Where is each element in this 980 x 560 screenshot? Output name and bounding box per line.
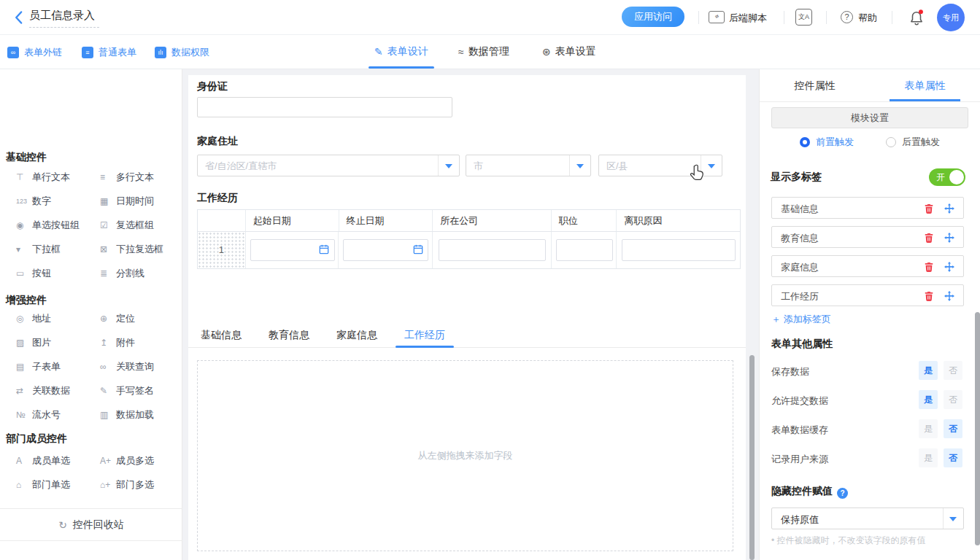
control-attachment[interactable]: ↥附件	[100, 337, 177, 349]
canvas-tab-work-history[interactable]: 工作经历	[396, 323, 454, 347]
hidden-value-select[interactable]: 保持原值	[771, 508, 964, 529]
tab-form-settings[interactable]: ⊛ 表单设置	[542, 35, 596, 69]
col-leave-reason: 离职原因	[616, 210, 740, 231]
external-link-icon: ∞	[7, 47, 19, 58]
move-icon[interactable]	[944, 233, 954, 243]
control-dept-single[interactable]: ⌂部门单选	[16, 479, 100, 491]
district-select[interactable]: 区/县	[598, 155, 722, 176]
move-icon[interactable]	[944, 203, 954, 214]
tag-item-basic-info[interactable]: 基础信息	[771, 197, 964, 219]
control-member-single[interactable]: A成员单选	[16, 455, 100, 467]
control-button[interactable]: ▭按钮	[16, 268, 100, 279]
id-card-input[interactable]	[197, 97, 452, 117]
canvas-tab-family-info[interactable]: 家庭信息	[328, 323, 386, 347]
control-recycle-bin[interactable]: ↻ 控件回收站	[0, 508, 182, 541]
multi-tab-label: 显示多标签	[771, 171, 822, 184]
yes-button[interactable]: 是	[919, 361, 938, 380]
control-related-query[interactable]: ∞关联查询	[100, 361, 177, 373]
normal-form-button[interactable]: ≡ 普通表单	[82, 46, 136, 59]
control-image[interactable]: ▨图片	[16, 337, 100, 349]
chevron-down-icon	[438, 155, 459, 176]
yes-button[interactable]: 是	[919, 448, 938, 467]
row-index[interactable]: 1	[198, 232, 245, 268]
control-checkbox-group[interactable]: ☑复选框组	[100, 219, 177, 231]
control-multi-line-text[interactable]: ≡多行文本	[100, 171, 177, 183]
add-tab-button[interactable]: ＋ 添加标签页	[771, 313, 831, 326]
calendar-icon[interactable]	[413, 244, 423, 254]
help-button[interactable]: 帮助	[858, 12, 877, 25]
move-icon[interactable]	[944, 262, 954, 272]
avatar[interactable]: 专用	[937, 4, 965, 31]
no-button[interactable]: 否	[944, 448, 962, 467]
app-access-button[interactable]: 应用访问	[622, 7, 684, 27]
tag-item-education-info[interactable]: 教育信息	[771, 226, 964, 248]
help-icon[interactable]: ?	[841, 11, 853, 23]
company-input[interactable]	[439, 239, 546, 261]
delete-icon[interactable]	[924, 233, 934, 243]
tab-form-design[interactable]: ✎ 表单设计	[374, 35, 428, 69]
calendar-icon[interactable]	[319, 244, 329, 254]
work-history-table: 起始日期 终止日期 所在公司 职位 离职原因 1	[197, 209, 741, 269]
data-permission-button[interactable]: ılı 数据权限	[155, 46, 209, 59]
tag-item-work-history[interactable]: 工作经历	[771, 284, 964, 306]
no-button[interactable]: 否	[944, 419, 962, 438]
delete-icon[interactable]	[924, 203, 934, 214]
city-select[interactable]: 市	[466, 155, 591, 176]
translate-icon[interactable]: 文A	[795, 9, 812, 26]
control-radio-group[interactable]: ◉单选按钮组	[16, 219, 100, 231]
control-divider[interactable]: ≣分割线	[100, 268, 177, 279]
tab-control-properties[interactable]: 控件属性	[760, 69, 870, 101]
control-single-line-text[interactable]: ⊤单行文本	[16, 171, 100, 183]
panel-scrollbar[interactable]	[975, 312, 980, 545]
no-button[interactable]: 否	[944, 361, 962, 380]
no-button[interactable]: 否	[944, 390, 962, 409]
cell-company	[432, 232, 551, 268]
control-datetime[interactable]: ▦日期时间	[100, 195, 177, 207]
move-icon[interactable]	[944, 291, 954, 301]
drag-dropzone[interactable]: 从左侧拖拽来添加字段	[197, 360, 733, 551]
member-single-icon: A	[16, 456, 32, 466]
canvas-tab-basic-info[interactable]: 基础信息	[192, 323, 250, 347]
signature-icon: ✎	[100, 386, 116, 396]
yes-button[interactable]: 是	[919, 390, 938, 409]
radio-pre-trigger[interactable]: 前置触发	[800, 135, 854, 149]
province-select[interactable]: 省/自治区/直辖市	[197, 155, 460, 176]
control-address[interactable]: ◎地址	[16, 313, 100, 324]
delete-icon[interactable]	[924, 262, 934, 272]
table-row: 1	[198, 232, 740, 268]
delete-icon[interactable]	[924, 291, 934, 301]
multi-tab-toggle[interactable]: 开	[929, 168, 965, 186]
canvas-scrollbar[interactable]	[749, 355, 755, 560]
control-select[interactable]: ▾下拉框	[16, 244, 100, 255]
prop-record-user-source: 记录用户来源 是 否	[771, 448, 968, 467]
control-related-data[interactable]: ⇄关联数据	[16, 385, 100, 397]
notification-bell-icon[interactable]	[908, 9, 925, 26]
canvas-tab-education-info[interactable]: 教育信息	[260, 323, 318, 347]
section-basic-controls: 基础控件	[6, 151, 47, 164]
link-label: 普通表单	[99, 46, 136, 59]
radio-post-trigger[interactable]: 后置触发	[886, 135, 940, 149]
plus-icon: ＋	[771, 314, 784, 324]
control-location[interactable]: ⊕定位	[100, 313, 177, 324]
leave-reason-input[interactable]	[622, 239, 736, 261]
back-icon[interactable]	[12, 10, 26, 25]
control-serial-number[interactable]: №流水号	[16, 409, 100, 421]
control-dept-multi[interactable]: ⌂+部门多选	[100, 479, 177, 491]
module-settings-button[interactable]: 模块设置	[771, 107, 968, 128]
question-icon[interactable]: ?	[837, 488, 848, 499]
form-external-link-button[interactable]: ∞ 表单外链	[7, 46, 62, 59]
backend-script-button[interactable]: 后端脚本	[729, 12, 767, 25]
tab-data-management[interactable]: ≈ 数据管理	[458, 35, 509, 69]
control-multi-select[interactable]: ⊠下拉复选框	[100, 244, 177, 255]
control-member-multi[interactable]: A+成员多选	[100, 455, 177, 467]
tag-item-family-info[interactable]: 家庭信息	[771, 255, 964, 277]
position-input[interactable]	[556, 239, 613, 261]
control-number[interactable]: 123数字	[16, 195, 100, 207]
page-title[interactable]: 员工信息录入	[29, 9, 99, 28]
yes-button[interactable]: 是	[919, 419, 938, 438]
hidden-value-note: • 控件被隐藏时，不改变该字段的原有值	[771, 534, 926, 547]
control-subform[interactable]: ▤子表单	[16, 361, 100, 373]
control-signature[interactable]: ✎手写签名	[100, 385, 177, 397]
control-data-load[interactable]: ▥数据加载	[100, 409, 177, 421]
tab-form-properties[interactable]: 表单属性	[870, 69, 980, 101]
